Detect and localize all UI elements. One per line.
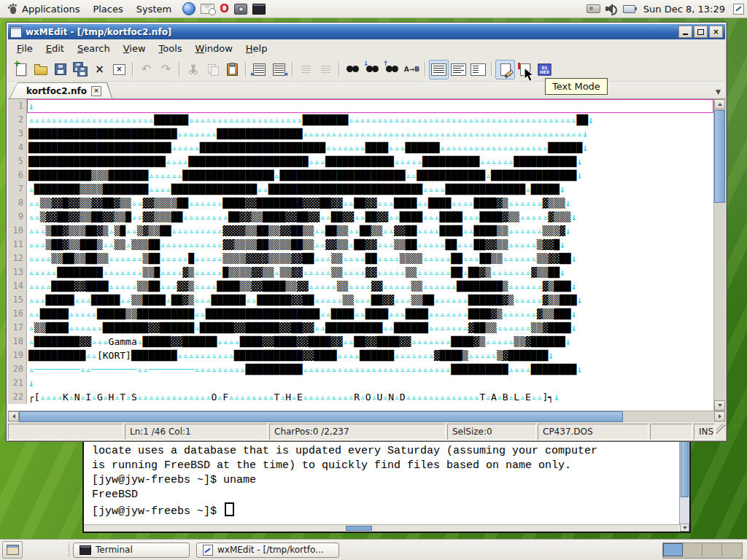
taskbar-item-terminal[interactable]: Terminal [73, 542, 190, 558]
find-next-button[interactable]: ↓ [363, 60, 382, 79]
paste-button[interactable] [222, 60, 242, 79]
editor-line[interactable]: 10▵▵▵▒██▓▒▒▒██▓▒▵▒█▵▵▒▓▒▒██▵▵▵▵▵▵▵▵▵▓▓▓▓… [8, 224, 713, 238]
editor-line[interactable]: 18▵████████▓▓▵▵▵Gamma▵█████▓▓██████▵▵▵▵█… [8, 335, 713, 349]
opera-icon[interactable]: O [220, 4, 229, 15]
editor-line[interactable]: 1↓ [8, 99, 713, 113]
menu-help[interactable]: Help [240, 42, 274, 55]
maximize-button[interactable] [694, 26, 708, 38]
terminal-output[interactable]: locate uses a database that is updated e… [84, 438, 679, 525]
editor-line[interactable]: 5████████████████████████▵▵▵▵███████████… [8, 155, 713, 168]
clock[interactable]: Sun Dec 8, 13:29 [640, 4, 728, 15]
tab-kortfoc2[interactable]: kortfoc2.nfo × [9, 82, 112, 98]
tab-list-dropdown-icon[interactable]: ▼ [716, 88, 721, 96]
scroll-up-button[interactable] [714, 99, 725, 109]
editor-horizontal-scrollbar[interactable] [8, 411, 725, 422]
cut-button[interactable] [183, 60, 203, 79]
web-browser-icon[interactable] [182, 2, 196, 15]
editor-line[interactable]: 13▵▵▵▵▵████████▵▵▵▵▵▵▵▒▒█▵▵▵▵▓▒▵▵▵▵▵█▒▒▒… [8, 265, 713, 279]
resize-grip[interactable] [716, 424, 725, 440]
vertical-scrollbar-thumb[interactable] [714, 110, 725, 203]
editor-line[interactable]: 7▵████████▒▒▒▒████████▵▵▵▵██████████████… [8, 182, 713, 196]
close-all-button[interactable]: × [109, 60, 129, 79]
terminal-scroll-down-button[interactable] [680, 524, 689, 532]
editor-line[interactable]: 15▵▵▵█████▵▵▵█████▵▵▒▒████▵██▓▒▵▵▵██████… [8, 293, 713, 307]
text-mode-button[interactable] [495, 60, 515, 79]
workspace-switcher[interactable] [662, 542, 743, 559]
close-button[interactable]: × [709, 26, 723, 38]
email-icon[interactable] [201, 4, 214, 14]
minimize-button[interactable] [678, 26, 692, 38]
copy-button[interactable] [203, 60, 222, 79]
editor-line[interactable]: 16▵▵█████▵▵▵▵▵█████▒▒██████████▵▵███████… [8, 307, 713, 321]
open-file-button[interactable] [31, 60, 50, 79]
editor-line[interactable]: 19██████████▵▵[KORT]████████▵▵▵▵▵▵▵▵▵▵██… [8, 349, 713, 362]
editor-line[interactable]: 11▵▵▵▒██▓▒▒███▒▵▵▒▒▵▒▒▒██▵▵▵▵▵▵▵▵▵▵▵▓▓▒▒… [8, 238, 713, 252]
replace-button[interactable]: A→B [402, 60, 422, 79]
terminal-vertical-scrollbar[interactable] [679, 438, 689, 525]
workspace-1[interactable] [663, 543, 683, 556]
comment-button[interactable] [296, 60, 316, 79]
menu-view[interactable]: View [117, 42, 152, 55]
scroll-down-button[interactable] [714, 400, 725, 411]
workspace-2[interactable] [683, 543, 703, 556]
taskbar-item-wxmedit[interactable]: wxMEdit - [/tmp/kortfo... [196, 542, 339, 558]
close-file-button[interactable]: × [90, 60, 109, 79]
uncomment-button[interactable] [316, 60, 336, 79]
save-button[interactable] [50, 60, 70, 79]
editor-line[interactable]: 21↓ [8, 376, 713, 390]
removable-media-icon[interactable] [587, 4, 600, 13]
editor-line[interactable]: 20▵────────▵▵────────▵▵────────▵▵▵▵▵▵▵▵▵… [8, 362, 713, 376]
indent-button[interactable]: ▸ [249, 60, 269, 79]
editor-line[interactable]: 2▵▵▵▵▵▵▵▵▵▵▵▵▵▵▵▵▵▵▵▵▵▵██████▵▵▵▵▵▵▵▵▵▵▵… [8, 113, 713, 127]
hex-mode-button[interactable]: 01HEX [535, 60, 554, 79]
horizontal-scrollbar-thumb[interactable] [19, 411, 623, 422]
terminal-horizontal-scrollbar[interactable] [84, 524, 679, 532]
editor-line[interactable]: 12▵▵▵▵▒▒██▒▒██▒▒▵▵▵▵▵▵▒██▵▵▵▵▵█▵▵▵▵▵▒▒▒▒… [8, 252, 713, 265]
editor-line[interactable]: 17▵▒▒████▵▵▵▵▵▵████████▓▓██████▵██████▓▓… [8, 321, 713, 335]
wrap-by-window-button[interactable] [449, 60, 468, 79]
find-button[interactable] [343, 60, 363, 79]
editor-line[interactable]: 14▵▵▵▵████▓▓████▵▵▵▵▵▒▒██▵▵▵▓▓▒▵▵▵▵████▒… [8, 279, 713, 293]
places-menu[interactable]: Places [86, 0, 129, 18]
system-menu[interactable]: System [130, 0, 178, 18]
unindent-button[interactable]: ◂ [269, 60, 289, 79]
battery-icon[interactable] [623, 5, 635, 13]
editor-line[interactable]: 8▵▵▒▒▓▓█▓▓▒▒▓▓██▓▒▒▵▵▓▓▒▒▒▒██▵▵▵▵▵▵████▓… [8, 196, 713, 210]
wrap-none-button[interactable] [429, 60, 449, 79]
editor-text[interactable]: 1↓2▵▵▵▵▵▵▵▵▵▵▵▵▵▵▵▵▵▵▵▵▵▵██████▵▵▵▵▵▵▵▵▵… [8, 99, 713, 411]
find-previous-button[interactable]: ↑ [382, 60, 402, 79]
new-file-button[interactable]: + [11, 60, 31, 79]
editor-line[interactable]: 4█████████████████████████▵▵▵▵▵█████████… [8, 141, 713, 155]
applications-menu[interactable]: Applications [0, 0, 86, 18]
scroll-left-button[interactable] [8, 411, 19, 421]
editor-area[interactable]: 1↓2▵▵▵▵▵▵▵▵▵▵▵▵▵▵▵▵▵▵▵▵▵▵██████▵▵▵▵▵▵▵▵▵… [8, 98, 725, 411]
menu-tools[interactable]: Tools [153, 42, 188, 55]
volume-icon[interactable] [605, 4, 618, 14]
menu-edit[interactable]: Edit [40, 42, 70, 55]
menu-window[interactable]: Window [190, 42, 239, 55]
editor-vertical-scrollbar[interactable] [713, 99, 725, 411]
column-mode-button[interactable] [515, 60, 535, 79]
editor-line[interactable]: 6███████████▒▒▒███████▵▵▵▵▵▵████████████… [8, 168, 713, 182]
editor-line[interactable]: 22┌[▵▵▵▵K▵N▵I▵G▵H▵T▵S▵▵▵▵▵▵▵▵▵▵▵▵▵O▵F▵▵▵… [8, 390, 713, 404]
undo-button[interactable]: ↶ [136, 60, 156, 79]
menu-file[interactable]: File [11, 42, 39, 55]
title-bar[interactable]: wxMEdit - [/tmp/kortfoc2.nfo] × [8, 24, 725, 39]
editor-line[interactable]: 9▵▵▒▓▓██▓▓▒▒██▓▓▒▒█▵▵▓▓▒▒▒██▵▵▵▵▵▵▵▵██▓▓… [8, 210, 713, 224]
workspace-3[interactable] [703, 543, 722, 556]
terminal-hscrollbar-thumb[interactable] [346, 526, 372, 531]
notes-icon[interactable] [733, 4, 744, 15]
terminal-scrollbar-thumb[interactable] [681, 438, 689, 497]
workspace-4[interactable] [722, 543, 742, 556]
terminal-launcher-icon[interactable] [252, 4, 266, 15]
screenshot-icon[interactable] [234, 4, 247, 15]
wrap-by-column-button[interactable] [468, 60, 488, 79]
scroll-right-button[interactable] [714, 411, 725, 421]
editor-line[interactable]: 3██████████████████████████▵▵▵▵▵▵▵██████… [8, 127, 713, 141]
show-desktop-button[interactable] [2, 541, 23, 559]
menu-search[interactable]: Search [71, 42, 116, 55]
save-all-button[interactable] [70, 60, 90, 79]
redo-button[interactable]: ↷ [156, 60, 176, 79]
tab-close-icon[interactable]: × [91, 86, 101, 96]
terminal-window[interactable]: locate uses a database that is updated e… [82, 436, 691, 533]
